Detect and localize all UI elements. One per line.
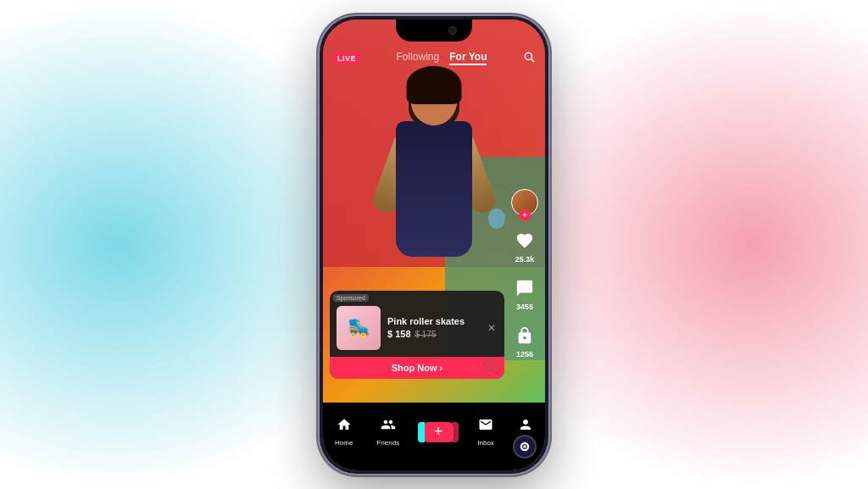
product-info: Pink roller skates $ 158 $ 175 <box>387 316 479 339</box>
product-card: Sponsored 🛼 Pink roller skates $ 158 $ 1… <box>330 291 504 379</box>
follow-plus-icon[interactable]: + <box>519 209 531 221</box>
current-price: $ 158 <box>387 329 411 339</box>
for-you-tab[interactable]: For You <box>449 51 487 65</box>
following-tab[interactable]: Following <box>397 51 440 65</box>
nav-home[interactable]: Home <box>335 417 353 447</box>
inbox-icon <box>478 417 493 436</box>
share-icon <box>512 323 537 348</box>
svg-line-1 <box>531 59 534 62</box>
live-badge[interactable]: LIVE <box>333 53 360 64</box>
top-bar: LIVE Following For You <box>323 42 545 75</box>
nav-add[interactable]: + <box>423 422 453 442</box>
comment-count: 3456 <box>516 303 533 311</box>
creator-avatar[interactable]: + <box>511 189 538 216</box>
friends-label: Friends <box>376 439 399 447</box>
home-icon <box>337 417 352 436</box>
shop-now-button[interactable]: Shop Now › <box>330 357 504 379</box>
add-button[interactable]: + <box>423 422 453 442</box>
comment-icon <box>512 275 537 301</box>
original-price: $ 175 <box>415 330 437 339</box>
product-prices: $ 158 $ 175 <box>387 329 479 339</box>
home-label: Home <box>335 439 353 447</box>
nav-friends[interactable]: Friends <box>376 417 399 447</box>
notch <box>396 19 472 42</box>
info-icon[interactable]: i <box>484 358 498 372</box>
heart-icon <box>512 228 537 253</box>
nav-inbox[interactable]: Inbox <box>477 417 494 447</box>
skate-icon: 🛼 <box>348 317 370 339</box>
product-image: 🛼 <box>337 306 381 350</box>
phone-frame: LIVE Following For You + <box>320 16 548 474</box>
like-count: 25.3k <box>515 255 535 264</box>
search-icon[interactable] <box>523 51 535 65</box>
like-button[interactable]: 25.3k <box>512 228 537 264</box>
side-actions: + 25.3k 3456 <box>511 189 538 358</box>
bottom-nav: Home Friends + <box>323 403 545 470</box>
nav-tabs: Following For You <box>397 51 487 65</box>
sponsored-label: Sponsored <box>333 294 369 302</box>
inbox-label: Inbox <box>477 439 494 447</box>
phone-screen: LIVE Following For You + <box>323 19 545 470</box>
comment-button[interactable]: 3456 <box>512 275 537 311</box>
friends-icon <box>381 417 396 436</box>
share-button[interactable]: 1256 <box>512 323 537 358</box>
close-button[interactable]: ✕ <box>486 320 498 336</box>
product-name: Pink roller skates <box>387 316 479 326</box>
me-icon <box>518 417 533 436</box>
tiktok-disc <box>513 435 537 458</box>
share-count: 1256 <box>516 350 533 358</box>
camera <box>448 26 457 35</box>
